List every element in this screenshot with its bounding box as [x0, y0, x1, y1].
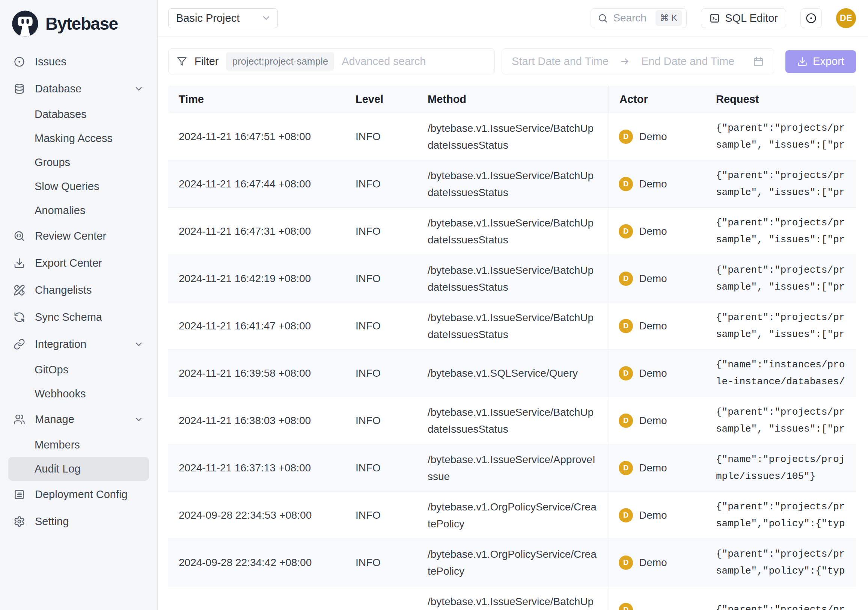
sidebar-item-deployment-config[interactable]: Deployment Config [0, 481, 157, 508]
sidebar-item-anomalies[interactable]: Anomalies [8, 198, 149, 222]
date-range-picker[interactable]: Start Date and Time End Date and Time [502, 48, 774, 75]
table-row[interactable]: 2024-11-21 16:37:13 +08:00 INFO /bytebas… [168, 444, 856, 491]
cell-request: {"parent":"projects/pr sample", "issues"… [705, 120, 856, 154]
database-icon [14, 83, 25, 95]
filter-chip-project[interactable]: project:project-sample [226, 52, 334, 71]
export-button[interactable]: Export [786, 50, 856, 73]
actor-name: Demo [639, 273, 667, 285]
cell-level: INFO [345, 462, 417, 474]
cell-level: INFO [345, 557, 417, 569]
cell-level: INFO [345, 131, 417, 143]
sidebar-item-slow-queries[interactable]: Slow Queries [8, 174, 149, 198]
cell-level: INFO [345, 320, 417, 332]
cell-actor: D Demo [609, 208, 705, 255]
sidebar-item-databases[interactable]: Databases [8, 102, 149, 126]
filter-label: Filter [194, 55, 219, 68]
cell-time: 2024-09-28 22:34:42 +08:00 [168, 557, 345, 569]
actor-avatar: D [619, 603, 633, 610]
cell-method: /bytebase.v1.OrgPolicyService/CreatePoli… [417, 546, 609, 580]
topbar: Basic Project Search ⌘ K SQL Editor DE [158, 0, 868, 36]
cell-method: /bytebase.v1.IssueService/BatchUpdateIss… [417, 262, 609, 296]
filter-bar: Filter project:project-sample Advanced s… [158, 36, 868, 85]
column-header-method: Method [417, 93, 609, 106]
notifications-button[interactable] [800, 8, 822, 28]
sidebar-item-gitops[interactable]: GitOps [8, 358, 149, 382]
actor-avatar: D [619, 272, 633, 286]
cell-method: /bytebase.v1.IssueService/BatchUpdateIss… [417, 404, 609, 438]
table-row[interactable]: /bytebase.v1.IssueService/BatchUpdateIss… [168, 586, 856, 610]
cell-time: 2024-11-21 16:42:19 +08:00 [168, 273, 345, 285]
link-icon [14, 338, 25, 350]
circle-dot-icon [14, 56, 25, 68]
sidebar-item-groups[interactable]: Groups [8, 150, 149, 174]
cell-actor: D [609, 586, 705, 610]
sidebar-item-members[interactable]: Members [8, 433, 149, 457]
user-avatar[interactable]: DE [836, 8, 856, 28]
cell-actor: D Demo [609, 303, 705, 349]
cell-time: 2024-11-21 16:41:47 +08:00 [168, 320, 345, 332]
cell-actor: D Demo [609, 113, 705, 160]
file-lines-icon [14, 489, 25, 500]
actor-avatar: D [619, 414, 633, 428]
sql-editor-button[interactable]: SQL Editor [701, 8, 786, 28]
table-row[interactable]: 2024-09-28 22:34:53 +08:00 INFO /bytebas… [168, 491, 856, 539]
column-header-actor: Actor [609, 85, 705, 113]
sidebar-item-audit-log[interactable]: Audit Log [8, 457, 149, 481]
sidebar-item-review-center[interactable]: Review Center [0, 222, 157, 250]
audit-log-table: Time Level Method Actor Request 2024-11-… [168, 85, 856, 610]
sidebar-item-setting[interactable]: Setting [0, 508, 157, 535]
sidebar-item-label: Audit Log [34, 463, 81, 475]
sidebar-item-masking-access[interactable]: Masking Access [8, 126, 149, 150]
cell-method: /bytebase.v1.SQLService/Query [417, 365, 609, 382]
search-button[interactable]: Search ⌘ K [591, 8, 687, 28]
table-row[interactable]: 2024-11-21 16:47:51 +08:00 INFO /bytebas… [168, 113, 856, 160]
project-selector[interactable]: Basic Project [168, 8, 278, 28]
search-code-icon [14, 230, 25, 242]
search-icon [598, 13, 608, 23]
cell-actor: D Demo [609, 397, 705, 444]
cell-method: /bytebase.v1.IssueService/BatchUpdateIss… [417, 593, 609, 610]
pencil-ruler-icon [14, 284, 25, 296]
chevron-down-icon [134, 414, 144, 424]
sidebar-item-webhooks[interactable]: Webhooks [8, 382, 149, 406]
sidebar-item-export-center[interactable]: Export Center [0, 250, 157, 276]
cell-request: {"parent":"projects/pr sample", "issues"… [705, 404, 856, 438]
actor-avatar: D [619, 556, 633, 570]
cell-time: 2024-11-21 16:37:13 +08:00 [168, 462, 345, 474]
sidebar-item-label: Masking Access [34, 132, 113, 144]
filter-icon [177, 56, 187, 67]
table-row[interactable]: 2024-09-28 22:34:42 +08:00 INFO /bytebas… [168, 539, 856, 586]
cell-method: /bytebase.v1.OrgPolicyService/CreatePoli… [417, 498, 609, 532]
sidebar-item-manage[interactable]: Manage [0, 406, 157, 433]
table-row[interactable]: 2024-11-21 16:39:58 +08:00 INFO /bytebas… [168, 349, 856, 397]
brand-logo[interactable]: Bytebase [0, 0, 157, 48]
cell-request: {"parent":"projects/pr sample","policy":… [705, 498, 856, 532]
bytebase-logo-icon [11, 10, 39, 37]
filter-search-box[interactable]: Filter project:project-sample Advanced s… [168, 48, 495, 75]
circle-dot-icon [805, 12, 817, 24]
table-row[interactable]: 2024-11-21 16:38:03 +08:00 INFO /bytebas… [168, 397, 856, 444]
table-row[interactable]: 2024-11-21 16:42:19 +08:00 INFO /bytebas… [168, 255, 856, 302]
sidebar-item-sync-schema[interactable]: Sync Schema [0, 304, 157, 331]
cell-level: INFO [345, 367, 417, 379]
table-header: Time Level Method Actor Request [168, 85, 856, 113]
cell-level: INFO [345, 225, 417, 237]
column-header-time: Time [168, 93, 345, 106]
sidebar-item-label: GitOps [34, 363, 68, 376]
sidebar-item-integration[interactable]: Integration [0, 331, 157, 358]
table-row[interactable]: 2024-11-21 16:47:44 +08:00 INFO /bytebas… [168, 160, 856, 207]
cell-time: 2024-11-21 16:39:58 +08:00 [168, 367, 345, 379]
actor-avatar: D [619, 366, 633, 380]
cell-actor: D Demo [609, 444, 705, 491]
users-icon [14, 414, 25, 425]
terminal-icon [709, 13, 720, 24]
sql-editor-label: SQL Editor [725, 12, 778, 25]
table-row[interactable]: 2024-11-21 16:41:47 +08:00 INFO /bytebas… [168, 302, 856, 349]
advanced-search-placeholder: Advanced search [342, 55, 426, 68]
sidebar-item-label: Webhooks [34, 388, 86, 400]
table-row[interactable]: 2024-11-21 16:47:31 +08:00 INFO /bytebas… [168, 207, 856, 255]
sidebar-item-database[interactable]: Database [0, 75, 157, 102]
audit-table-body: 2024-11-21 16:47:51 +08:00 INFO /bytebas… [168, 113, 856, 610]
sidebar-item-issues[interactable]: Issues [0, 48, 157, 75]
sidebar-item-changelists[interactable]: Changelists [0, 276, 157, 304]
